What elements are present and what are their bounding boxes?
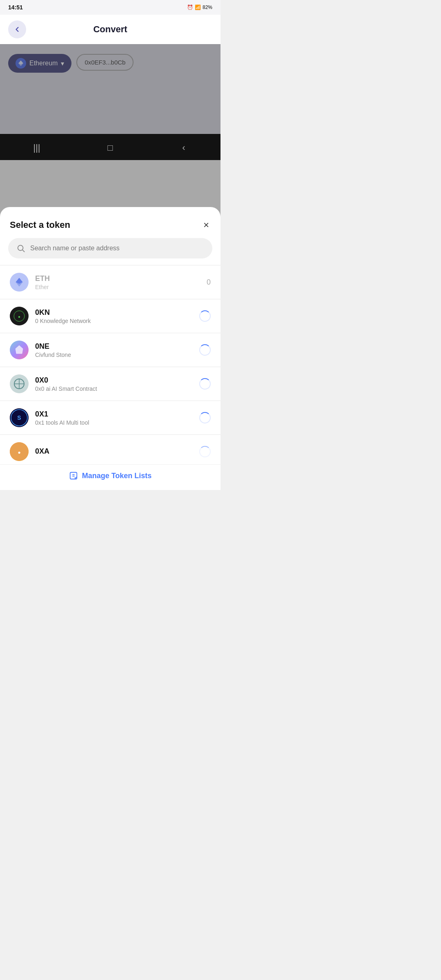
modal-title: Select a token — [10, 220, 70, 230]
0kn-name: 0 Knowledge Network — [35, 318, 193, 324]
0x0-logo — [10, 374, 29, 393]
page-title: Convert — [93, 24, 127, 35]
token-item-0kn[interactable]: ● 0KN 0 Knowledge Network — [0, 299, 220, 333]
svg-marker-8 — [16, 345, 23, 354]
0x1-info: 0X1 0x1 tools AI Multi tool — [35, 410, 193, 426]
back-button[interactable] — [8, 20, 26, 38]
search-container — [0, 238, 220, 265]
0kn-info: 0KN 0 Knowledge Network — [35, 308, 193, 324]
svg-text:S: S — [17, 414, 21, 421]
0kn-symbol: 0KN — [35, 308, 193, 317]
0kn-logo: ● — [10, 307, 29, 325]
0x0-info: 0X0 0x0 ai AI Smart Contract — [35, 376, 193, 392]
eth-info: ETH Ether — [35, 274, 200, 290]
token-select-modal: Select a token × ETH Ether — [0, 207, 220, 490]
svg-line-3 — [22, 250, 24, 252]
status-bar: 14:51 ⏰ 📶 82% — [0, 0, 220, 15]
header: Convert — [0, 15, 220, 44]
token-item-eth[interactable]: ETH Ether 0 — [0, 265, 220, 299]
0x0-loading — [199, 378, 211, 390]
status-time: 14:51 — [8, 4, 23, 11]
0ne-info: 0NE Civfund Stone — [35, 342, 193, 358]
token-item-0x0[interactable]: 0X0 0x0 ai AI Smart Contract — [0, 367, 220, 401]
0xa-logo: ● — [10, 442, 29, 461]
token-item-0xa[interactable]: ● 0XA — [0, 435, 220, 464]
signal-icon: 📶 — [195, 4, 201, 10]
eth-balance: 0 — [207, 278, 211, 287]
0xa-symbol: 0XA — [35, 447, 193, 456]
0xa-loading — [199, 446, 211, 457]
eth-symbol: ETH — [35, 274, 200, 283]
0xa-info: 0XA — [35, 447, 193, 457]
eth-name: Ether — [35, 284, 200, 290]
svg-text:●: ● — [18, 450, 20, 455]
search-icon — [16, 244, 25, 253]
0x0-symbol: 0X0 — [35, 376, 193, 385]
svg-point-2 — [18, 245, 23, 251]
token-list: ETH Ether 0 ● 0KN 0 Knowledge Network — [0, 265, 220, 464]
manage-label[interactable]: Manage Token Lists — [82, 472, 152, 480]
0ne-loading — [199, 344, 211, 356]
svg-text:●: ● — [18, 314, 20, 319]
manage-footer: Manage Token Lists — [0, 464, 220, 490]
token-item-0ne[interactable]: 0NE Civfund Stone — [0, 333, 220, 367]
0x1-symbol: 0X1 — [35, 410, 193, 419]
search-input[interactable] — [30, 245, 204, 252]
0kn-loading — [199, 310, 211, 322]
0ne-name: Civfund Stone — [35, 352, 193, 358]
modal-header: Select a token × — [0, 207, 220, 238]
search-bar — [8, 238, 212, 258]
0x1-loading — [199, 412, 211, 423]
0ne-logo — [10, 341, 29, 359]
status-icons: ⏰ 📶 82% — [187, 4, 212, 10]
0x0-name: 0x0 ai AI Smart Contract — [35, 385, 193, 392]
battery-icon: 82% — [203, 4, 212, 10]
0x1-name: 0x1 tools AI Multi tool — [35, 419, 193, 426]
alarm-icon: ⏰ — [187, 4, 193, 10]
0ne-symbol: 0NE — [35, 342, 193, 351]
eth-logo — [10, 273, 29, 292]
close-button[interactable]: × — [202, 218, 211, 232]
0x1-logo: S — [10, 408, 29, 427]
manage-icon — [69, 471, 78, 480]
token-item-0x1[interactable]: S 0X1 0x1 tools AI Multi tool — [0, 401, 220, 434]
